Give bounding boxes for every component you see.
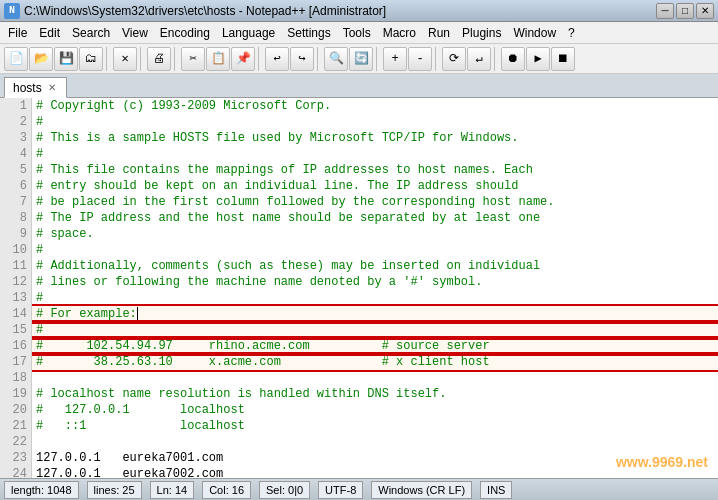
line-number-2: 2 (0, 114, 31, 130)
app-icon: N (4, 3, 20, 19)
toolbar: 📄 📂 💾 🗂 ✕ 🖨 ✂ 📋 📌 ↩ ↪ 🔍 🔄 + - ⟳ ↵ ⏺ ▶ ⏹ (0, 44, 718, 74)
zoom-in-button[interactable]: + (383, 47, 407, 71)
maximize-button[interactable]: □ (676, 3, 694, 19)
line-number-12: 12 (0, 274, 31, 290)
line-numbers: 1234567891011121314151617181920212223242… (0, 98, 32, 478)
hosts-tab[interactable]: hosts ✕ (4, 77, 67, 98)
menu-item-plugins[interactable]: Plugins (456, 22, 507, 43)
line-number-9: 9 (0, 226, 31, 242)
code-line-20[interactable]: # 127.0.0.1 localhost (32, 402, 718, 418)
separator-2 (140, 47, 144, 71)
status-length: length: 1048 (4, 481, 79, 499)
code-line-12[interactable]: # lines or following the machine name de… (32, 274, 718, 290)
redo-button[interactable]: ↪ (290, 47, 314, 71)
window-controls: ─ □ ✕ (656, 3, 714, 19)
line-number-16: 16 (0, 338, 31, 354)
status-encoding: UTF-8 (318, 481, 363, 499)
menu-bar: FileEditSearchViewEncodingLanguageSettin… (0, 22, 718, 44)
code-line-21[interactable]: # ::1 localhost (32, 418, 718, 434)
menu-item-view[interactable]: View (116, 22, 154, 43)
minimize-button[interactable]: ─ (656, 3, 674, 19)
print-button[interactable]: 🖨 (147, 47, 171, 71)
separator-5 (317, 47, 321, 71)
code-line-10[interactable]: # (32, 242, 718, 258)
open-button[interactable]: 📂 (29, 47, 53, 71)
menu-item-search[interactable]: Search (66, 22, 116, 43)
line-number-14: 14 (0, 306, 31, 322)
code-line-2[interactable]: # (32, 114, 718, 130)
cut-button[interactable]: ✂ (181, 47, 205, 71)
tab-label: hosts (13, 81, 42, 95)
code-line-5[interactable]: # This file contains the mappings of IP … (32, 162, 718, 178)
status-ln: Ln: 14 (150, 481, 195, 499)
menu-item-run[interactable]: Run (422, 22, 456, 43)
line-number-5: 5 (0, 162, 31, 178)
code-line-16[interactable]: # 102.54.94.97 rhino.acme.com # source s… (32, 338, 718, 354)
separator-8 (494, 47, 498, 71)
line-number-22: 22 (0, 434, 31, 450)
line-number-7: 7 (0, 194, 31, 210)
line-number-8: 8 (0, 210, 31, 226)
code-line-1[interactable]: # Copyright (c) 1993-2009 Microsoft Corp… (32, 98, 718, 114)
menu-item-edit[interactable]: Edit (33, 22, 66, 43)
paste-button[interactable]: 📌 (231, 47, 255, 71)
code-line-13[interactable]: # (32, 290, 718, 306)
text-cursor (137, 307, 138, 321)
code-area[interactable]: # Copyright (c) 1993-2009 Microsoft Corp… (32, 98, 718, 478)
menu-item-file[interactable]: File (2, 22, 33, 43)
separator-3 (174, 47, 178, 71)
play-button[interactable]: ▶ (526, 47, 550, 71)
replace-button[interactable]: 🔄 (349, 47, 373, 71)
menu-item-?[interactable]: ? (562, 22, 581, 43)
status-eol: Windows (CR LF) (371, 481, 472, 499)
undo-button[interactable]: ↩ (265, 47, 289, 71)
line-number-24: 24 (0, 466, 31, 478)
code-line-23[interactable]: 127.0.0.1 eureka7001.com (32, 450, 718, 466)
code-line-11[interactable]: # Additionally, comments (such as these)… (32, 258, 718, 274)
line-number-19: 19 (0, 386, 31, 402)
zoom-out-button[interactable]: - (408, 47, 432, 71)
separator-4 (258, 47, 262, 71)
code-line-19[interactable]: # localhost name resolution is handled w… (32, 386, 718, 402)
code-line-7[interactable]: # be placed in the first column followed… (32, 194, 718, 210)
status-ins: INS (480, 481, 512, 499)
save-button[interactable]: 💾 (54, 47, 78, 71)
menu-item-encoding[interactable]: Encoding (154, 22, 216, 43)
menu-item-macro[interactable]: Macro (377, 22, 422, 43)
code-line-22[interactable] (32, 434, 718, 450)
menu-item-settings[interactable]: Settings (281, 22, 336, 43)
new-button[interactable]: 📄 (4, 47, 28, 71)
sync-button[interactable]: ⟳ (442, 47, 466, 71)
code-line-18[interactable] (32, 370, 718, 386)
line-number-3: 3 (0, 130, 31, 146)
tab-close-button[interactable]: ✕ (46, 82, 58, 94)
line-number-6: 6 (0, 178, 31, 194)
menu-item-language[interactable]: Language (216, 22, 281, 43)
save-all-button[interactable]: 🗂 (79, 47, 103, 71)
stop-button[interactable]: ⏹ (551, 47, 575, 71)
menu-item-tools[interactable]: Tools (337, 22, 377, 43)
status-sel: Sel: 0|0 (259, 481, 310, 499)
line-number-20: 20 (0, 402, 31, 418)
separator-7 (435, 47, 439, 71)
line-number-4: 4 (0, 146, 31, 162)
code-line-4[interactable]: # (32, 146, 718, 162)
wrap-button[interactable]: ↵ (467, 47, 491, 71)
close-button[interactable]: ✕ (113, 47, 137, 71)
find-button[interactable]: 🔍 (324, 47, 348, 71)
record-button[interactable]: ⏺ (501, 47, 525, 71)
menu-item-window[interactable]: Window (507, 22, 562, 43)
line-number-18: 18 (0, 370, 31, 386)
code-line-8[interactable]: # The IP address and the host name shoul… (32, 210, 718, 226)
code-line-17[interactable]: # 38.25.63.10 x.acme.com # x client host (32, 354, 718, 370)
code-line-15[interactable]: # (32, 322, 718, 338)
code-line-14[interactable]: # For example: (32, 306, 718, 322)
code-line-24[interactable]: 127.0.0.1 eureka7002.com (32, 466, 718, 478)
close-button[interactable]: ✕ (696, 3, 714, 19)
copy-button[interactable]: 📋 (206, 47, 230, 71)
line-number-1: 1 (0, 98, 31, 114)
status-lines: lines: 25 (87, 481, 142, 499)
code-line-6[interactable]: # entry should be kept on an individual … (32, 178, 718, 194)
code-line-9[interactable]: # space. (32, 226, 718, 242)
code-line-3[interactable]: # This is a sample HOSTS file used by Mi… (32, 130, 718, 146)
